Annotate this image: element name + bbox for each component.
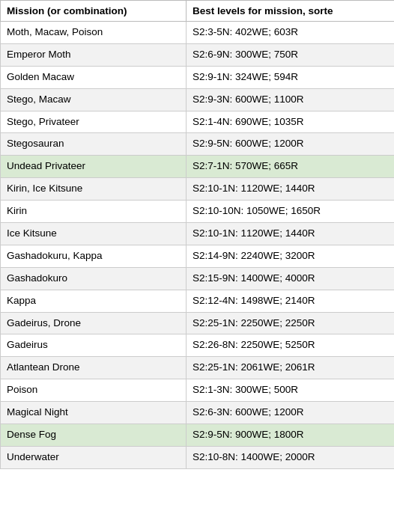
table-row: Undead PrivateerS2:7-1N: 570WE; 665R (1, 156, 395, 178)
levels-cell: S2:6-3N: 600WE; 1200R (187, 402, 395, 424)
table-row: Golden MacawS2:9-1N: 324WE; 594R (1, 66, 395, 88)
table-row: Emperor MothS2:6-9N: 300WE; 750R (1, 43, 395, 66)
mission-cell: Ice Kitsune (1, 223, 187, 245)
table-row: KirinS2:10-10N: 1050WE; 1650R (1, 201, 395, 223)
levels-cell: S2:1-3N: 300WE; 500R (187, 379, 395, 402)
levels-cell: S2:10-8N: 1400WE; 2000R (187, 446, 395, 468)
table-row: Atlantean DroneS2:25-1N: 2061WE; 2061R (1, 357, 395, 379)
mission-cell: Golden Macaw (1, 66, 187, 88)
levels-cell: S2:7-1N: 570WE; 665R (187, 156, 395, 178)
table-row: Moth, Macaw, PoisonS2:3-5N: 402WE; 603R (1, 22, 395, 44)
table-row: KappaS2:12-4N: 1498WE; 2140R (1, 290, 395, 312)
table-row: GadeirusS2:26-8N: 2250WE; 5250R (1, 334, 395, 357)
mission-cell: Gashadokuro (1, 267, 187, 290)
table-row: Magical NightS2:6-3N: 600WE; 1200R (1, 402, 395, 424)
mission-cell: Underwater (1, 446, 187, 468)
table-row: Stego, MacawS2:9-3N: 600WE; 1100R (1, 88, 395, 111)
mission-cell: Kirin (1, 201, 187, 223)
levels-cell: S2:25-1N: 2061WE; 2061R (187, 357, 395, 379)
levels-cell: S2:12-4N: 1498WE; 2140R (187, 290, 395, 312)
levels-cell: S2:10-10N: 1050WE; 1650R (187, 201, 395, 223)
table-row: Stego, PrivateerS2:1-4N: 690WE; 1035R (1, 111, 395, 133)
table-row: Dense FogS2:9-5N: 900WE; 1800R (1, 424, 395, 447)
mission-cell: Poison (1, 379, 187, 402)
main-table-container: Mission (or combination) Best levels for… (0, 0, 394, 469)
mission-cell: Stego, Macaw (1, 88, 187, 111)
header-mission: Mission (or combination) (1, 1, 187, 22)
table-row: UnderwaterS2:10-8N: 1400WE; 2000R (1, 446, 395, 468)
mission-cell: Atlantean Drone (1, 357, 187, 379)
levels-cell: S2:26-8N: 2250WE; 5250R (187, 334, 395, 357)
table-header-row: Mission (or combination) Best levels for… (1, 1, 395, 22)
table-row: PoisonS2:1-3N: 300WE; 500R (1, 379, 395, 402)
table-row: Gadeirus, DroneS2:25-1N: 2250WE; 2250R (1, 312, 395, 334)
mission-cell: Stego, Privateer (1, 111, 187, 133)
mission-cell: Emperor Moth (1, 43, 187, 66)
mission-cell: Gadeirus, Drone (1, 312, 187, 334)
levels-cell: S2:3-5N: 402WE; 603R (187, 22, 395, 44)
mission-cell: Kirin, Ice Kitsune (1, 178, 187, 201)
levels-cell: S2:9-5N: 900WE; 1800R (187, 424, 395, 447)
mission-cell: Magical Night (1, 402, 187, 424)
levels-cell: S2:10-1N: 1120WE; 1440R (187, 178, 395, 201)
mission-cell: Undead Privateer (1, 156, 187, 178)
mission-cell: Kappa (1, 290, 187, 312)
missions-table: Mission (or combination) Best levels for… (0, 0, 394, 469)
table-row: Gashadokuru, KappaS2:14-9N: 2240WE; 3200… (1, 245, 395, 267)
header-levels: Best levels for mission, sorte (187, 1, 395, 22)
levels-cell: S2:6-9N: 300WE; 750R (187, 43, 395, 66)
levels-cell: S2:25-1N: 2250WE; 2250R (187, 312, 395, 334)
levels-cell: S2:9-3N: 600WE; 1100R (187, 88, 395, 111)
levels-cell: S2:10-1N: 1120WE; 1440R (187, 223, 395, 245)
mission-cell: Moth, Macaw, Poison (1, 22, 187, 44)
mission-cell: Stegosauran (1, 133, 187, 156)
levels-cell: S2:9-1N: 324WE; 594R (187, 66, 395, 88)
levels-cell: S2:14-9N: 2240WE; 3200R (187, 245, 395, 267)
mission-cell: Gadeirus (1, 334, 187, 357)
table-row: StegosauranS2:9-5N: 600WE; 1200R (1, 133, 395, 156)
levels-cell: S2:1-4N: 690WE; 1035R (187, 111, 395, 133)
table-row: Kirin, Ice KitsuneS2:10-1N: 1120WE; 1440… (1, 178, 395, 201)
mission-cell: Gashadokuru, Kappa (1, 245, 187, 267)
table-row: Ice KitsuneS2:10-1N: 1120WE; 1440R (1, 223, 395, 245)
levels-cell: S2:9-5N: 600WE; 1200R (187, 133, 395, 156)
table-row: GashadokuroS2:15-9N: 1400WE; 4000R (1, 267, 395, 290)
mission-cell: Dense Fog (1, 424, 187, 447)
levels-cell: S2:15-9N: 1400WE; 4000R (187, 267, 395, 290)
